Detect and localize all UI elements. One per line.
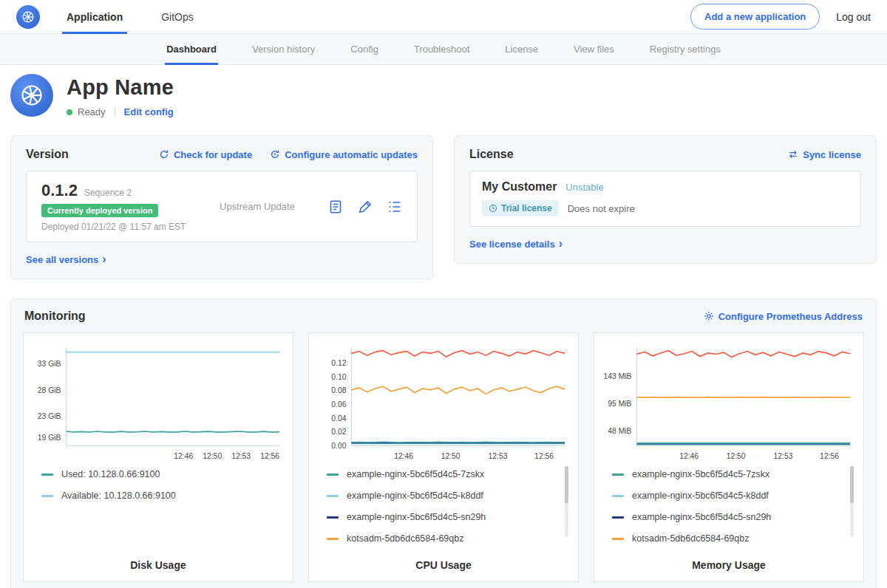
legend-item: kotsadm-5db6dc6584-69qbz [612, 533, 843, 544]
svg-text:95 MiB: 95 MiB [608, 400, 631, 408]
legend-swatch [612, 538, 624, 540]
top-nav: Application GitOps Add a new application… [0, 0, 887, 34]
divider [115, 107, 115, 117]
release-notes-button[interactable] [328, 199, 343, 214]
svg-text:28 GiB: 28 GiB [38, 386, 61, 394]
legend-swatch [327, 495, 339, 497]
version-card: Version Check for update [10, 135, 433, 279]
legend-label: kotsadm-5db6dc6584-69qbz [632, 533, 749, 544]
clock-icon [489, 204, 497, 213]
chart-title: Disk Usage [30, 555, 287, 571]
see-license-details-link[interactable]: See license details [469, 238, 563, 250]
cpu-usage-chart-card: 0.120.100.080.060.040.020.0012:4612:5012… [308, 332, 579, 582]
license-card: License Sync license My Customer Unstabl… [454, 135, 877, 264]
configure-prometheus-link[interactable]: Configure Prometheus Address [704, 311, 863, 322]
svg-text:12:53: 12:53 [488, 452, 507, 460]
kubernetes-logo-icon [16, 5, 40, 29]
legend-item: example-nginx-5bc6f5d4c5-k8ddf [612, 490, 843, 501]
legend-swatch [612, 495, 624, 497]
refresh-icon [159, 149, 169, 160]
gear-icon [704, 311, 714, 321]
svg-text:48 MiB: 48 MiB [608, 427, 631, 435]
legend-scrollbar[interactable] [850, 466, 854, 537]
tab-config[interactable]: Config [333, 34, 396, 64]
license-channel: Unstable [565, 182, 603, 193]
status-dot [67, 109, 72, 115]
svg-text:12:46: 12:46 [679, 452, 699, 460]
legend-item: Available: 10.128.0.66:9100 [41, 490, 272, 501]
check-for-update-link[interactable]: Check for update [159, 149, 252, 160]
legend-label: example-nginx-5bc6f5d4c5-sn29h [347, 512, 486, 522]
sync-arrows-icon [788, 149, 798, 160]
legend-swatch [327, 538, 339, 540]
memory-usage-chart: 143 MiB95 MiB48 MiB12:4612:5012:5312:56 [600, 342, 857, 463]
configure-automatic-updates-link[interactable]: Configure automatic updates [270, 149, 418, 160]
sync-license-link[interactable]: Sync license [788, 149, 861, 160]
tab-troubleshoot[interactable]: Troubleshoot [396, 34, 487, 64]
legend-scrollbar-thumb[interactable] [565, 466, 568, 503]
svg-text:0.00: 0.00 [331, 442, 346, 450]
app-logo-icon [10, 74, 53, 117]
legend-scrollbar[interactable] [565, 466, 568, 537]
legend-scrollbar-thumb[interactable] [850, 466, 854, 503]
edit-config-link[interactable]: Edit config [124, 106, 174, 117]
svg-text:0.04: 0.04 [331, 414, 346, 423]
monitoring-title: Monitoring [24, 310, 86, 323]
svg-text:12:50: 12:50 [441, 452, 461, 460]
deployed-timestamp: Deployed 01/21/22 @ 11:57 am EST [41, 222, 193, 232]
cpu-usage-chart: 0.120.100.080.060.040.020.0012:4612:5012… [315, 342, 572, 463]
legend-label: example-nginx-5bc6f5d4c5-7zskx [347, 469, 484, 479]
edit-config-icon-button[interactable] [358, 199, 373, 214]
license-box: My Customer Unstable Trial license Does … [469, 171, 861, 227]
see-all-versions-link[interactable]: See all versions [26, 253, 106, 265]
diff-button[interactable] [387, 199, 402, 214]
legend-item: example-nginx-5bc6f5d4c5-7zskx [612, 469, 843, 479]
sync-license-label: Sync license [803, 149, 861, 160]
svg-text:12:53: 12:53 [231, 452, 251, 460]
status-text: Ready [78, 106, 106, 117]
tab-gitops[interactable]: GitOps [157, 0, 198, 33]
customer-name: My Customer [482, 180, 557, 194]
tab-dashboard[interactable]: Dashboard [149, 34, 234, 64]
legend-swatch [41, 495, 53, 497]
legend-label: example-nginx-5bc6f5d4c5-sn29h [632, 512, 771, 522]
see-license-details-label: See license details [469, 239, 555, 250]
license-type-badge: Trial license [482, 200, 559, 216]
primary-tabs: Application GitOps [62, 0, 228, 33]
chart-title: Memory Usage [600, 555, 857, 571]
legend-label: example-nginx-5bc6f5d4c5-k8ddf [632, 490, 769, 501]
app-tabs: Dashboard Version history Config Trouble… [0, 34, 887, 65]
svg-text:0.10: 0.10 [331, 373, 346, 381]
svg-text:12:46: 12:46 [174, 452, 193, 460]
monitoring-card: Monitoring Configure Prometheus Address … [10, 298, 877, 588]
chart-title: CPU Usage [315, 555, 572, 571]
disk-usage-legend: Used: 10.128.0.66:9100Available: 10.128.… [41, 469, 272, 501]
svg-text:12:53: 12:53 [773, 452, 792, 460]
svg-text:0.12: 0.12 [331, 359, 346, 367]
legend-label: kotsadm-5db6dc6584-69qbz [347, 533, 463, 544]
svg-text:12:46: 12:46 [394, 452, 413, 460]
legend-item: example-nginx-5bc6f5d4c5-k8ddf [327, 490, 557, 501]
deployed-badge: Currently deployed version [41, 204, 158, 217]
legend-item: example-nginx-5bc6f5d4c5-sn29h [327, 512, 557, 522]
legend-swatch [612, 474, 624, 476]
svg-text:12:56: 12:56 [260, 452, 279, 460]
upstream-update-label: Upstream Update [220, 201, 295, 212]
legend-swatch [327, 474, 339, 476]
svg-text:12:50: 12:50 [727, 452, 746, 460]
tab-version-history[interactable]: Version history [234, 34, 333, 64]
tab-license[interactable]: License [487, 34, 556, 64]
legend-label: Used: 10.128.0.66:9100 [61, 469, 160, 479]
svg-text:0.06: 0.06 [331, 400, 346, 408]
tab-view-files[interactable]: View files [556, 34, 632, 64]
add-application-button[interactable]: Add a new application [690, 4, 820, 30]
svg-text:19 GiB: 19 GiB [38, 434, 61, 442]
tab-registry-settings[interactable]: Registry settings [632, 34, 738, 64]
tab-application[interactable]: Application [62, 0, 127, 33]
legend-label: example-nginx-5bc6f5d4c5-k8ddf [347, 490, 483, 501]
memory-usage-legend: example-nginx-5bc6f5d4c5-7zskxexample-ng… [612, 469, 843, 544]
svg-text:12:56: 12:56 [534, 452, 554, 460]
legend-item: kotsadm-5db6dc6584-69qbz [327, 533, 557, 544]
svg-text:23 GiB: 23 GiB [38, 412, 61, 420]
logout-link[interactable]: Log out [836, 11, 871, 23]
